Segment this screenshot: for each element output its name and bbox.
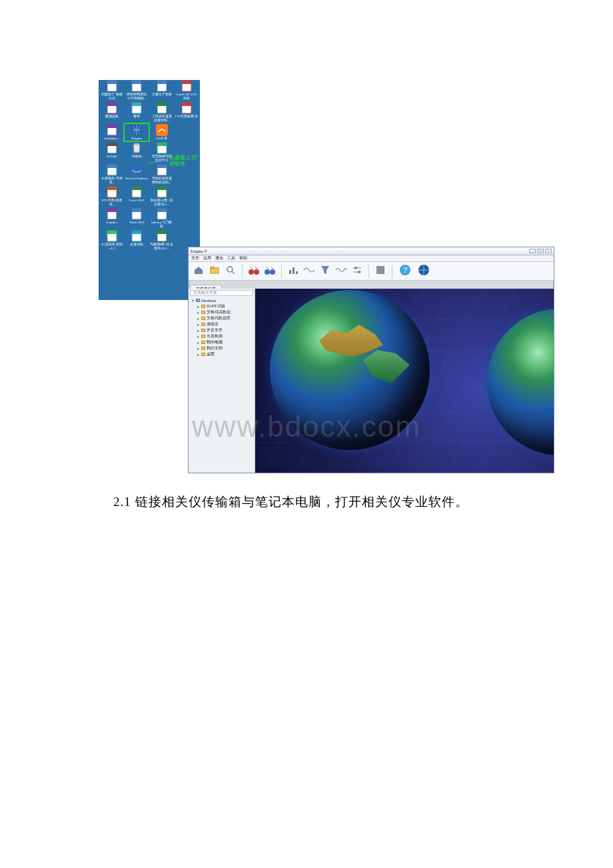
folder-search-input[interactable]: 无简略文件夹 bbox=[190, 290, 253, 296]
desktop-icon-label: formatica... bbox=[105, 137, 120, 141]
svg-point-54 bbox=[265, 269, 270, 275]
desktop-icon-label: 问题始于 快捷方式 bbox=[100, 93, 124, 101]
menu-tools[interactable]: 工具 bbox=[227, 255, 235, 261]
tree-item[interactable]: ▸我的电脑 bbox=[196, 339, 253, 345]
desktop-icon[interactable]: STA平衡 讲课语... bbox=[100, 186, 124, 207]
sensor-blue-icon bbox=[263, 264, 277, 279]
desktop-icon[interactable]: 看榜 bbox=[125, 102, 149, 123]
desktop-icon-label: AutoCAD 2010 简体 bbox=[175, 93, 199, 101]
svg-rect-1 bbox=[107, 81, 117, 84]
close-button[interactable]: × bbox=[545, 249, 552, 253]
svg-rect-33 bbox=[132, 187, 141, 190]
menu-help[interactable]: 帮助 bbox=[239, 255, 247, 261]
tree-root-desktop[interactable]: ▾ Desktop bbox=[191, 297, 253, 303]
img-icon bbox=[130, 102, 143, 114]
menu-file[interactable]: 文件 bbox=[191, 255, 199, 261]
menu-comm[interactable]: 通信 bbox=[215, 255, 223, 261]
sensor-red-button[interactable] bbox=[248, 265, 260, 277]
tree-item[interactable]: ▸开发文件 bbox=[196, 327, 253, 333]
tree-item[interactable]: ▸水质检测 bbox=[196, 333, 253, 339]
open-button[interactable] bbox=[209, 265, 221, 277]
adjust-icon bbox=[352, 265, 362, 277]
desktop-icon[interactable]: Grapher bbox=[100, 208, 124, 229]
desktop-icon[interactable]: 供热管网系统 中平衡阀的... bbox=[125, 80, 149, 101]
svg-rect-9 bbox=[107, 103, 117, 106]
desktop-icon-label: 阳光图16普- 综合查询-2... bbox=[150, 199, 174, 207]
svg-rect-3 bbox=[132, 81, 141, 84]
help-button[interactable]: ? bbox=[398, 264, 412, 279]
desktop-icon[interactable]: 气象期8普-综 合查询-201... bbox=[150, 230, 174, 251]
desktop-icon[interactable]: 阳光图16普- 综合查询-2... bbox=[150, 186, 174, 207]
svg-rect-63 bbox=[376, 266, 384, 274]
tree-item-label: 我的电脑 bbox=[207, 339, 223, 345]
sensor-blue-button[interactable] bbox=[264, 265, 276, 277]
desktop-icon[interactable]: 金道词典 bbox=[125, 230, 149, 251]
minimize-button[interactable]: – bbox=[529, 249, 536, 253]
desktop-icon[interactable]: 250水准 bbox=[150, 124, 174, 141]
wave2-button[interactable] bbox=[335, 265, 347, 277]
svg-point-62 bbox=[358, 271, 360, 273]
desktop-icon[interactable]: 工区设管道度 温度控制... bbox=[150, 102, 174, 123]
home-icon bbox=[193, 265, 204, 278]
desktop-icon[interactable]: IG室温采 系统 v2.1 bbox=[100, 230, 124, 251]
stop-button[interactable] bbox=[374, 265, 386, 277]
svg-rect-56 bbox=[289, 270, 291, 274]
search-button[interactable] bbox=[225, 265, 237, 277]
globe-button[interactable] bbox=[416, 264, 431, 279]
toolbar: ? bbox=[189, 262, 554, 281]
wave1-button[interactable] bbox=[303, 265, 315, 277]
home-button[interactable] bbox=[193, 265, 205, 277]
desktop-icon[interactable]: 暖通选机 bbox=[100, 102, 124, 123]
folder-icon bbox=[201, 311, 205, 314]
desktop-icon[interactable]: Excel 2003 bbox=[125, 186, 149, 207]
tree-item[interactable]: ▸我的文档 bbox=[196, 345, 253, 351]
maximize-button[interactable]: □ bbox=[537, 249, 544, 253]
desktop-icon-label: 气象期8普-综 合查询-201... bbox=[150, 243, 174, 251]
svg-rect-49 bbox=[211, 267, 214, 269]
desktop-icon[interactable] bbox=[175, 186, 199, 207]
desktop-icon[interactable] bbox=[175, 208, 199, 229]
desktop-icon-label: 工区设管道度 温度控制... bbox=[150, 115, 174, 123]
svg-rect-17 bbox=[107, 125, 117, 128]
svg-point-55 bbox=[270, 269, 275, 275]
desktop-icon[interactable]: Enigma bbox=[125, 124, 149, 141]
desktop-icon[interactable] bbox=[175, 124, 199, 141]
desktop-icon[interactable]: 1-27天预备图 试 bbox=[175, 102, 199, 123]
none-icon bbox=[180, 186, 193, 198]
tree-item-label: 开发文件 bbox=[207, 327, 223, 333]
doc-icon bbox=[105, 164, 119, 176]
tree-item-label: 艾格玛数据库 bbox=[207, 315, 231, 321]
tree-item-label: 桌面 bbox=[207, 351, 215, 357]
viewport-globe bbox=[255, 289, 554, 473]
desktop-icon[interactable]: formatica... bbox=[100, 124, 124, 141]
desktop-icon[interactable]: Word 2003 bbox=[125, 208, 149, 229]
rar-icon bbox=[105, 102, 119, 114]
desktop-icon-label: Internet Explorer bbox=[125, 177, 148, 181]
desktop-icon-label: 250水准 bbox=[156, 137, 168, 141]
desktop-icon[interactable]: IG3560 bbox=[100, 142, 124, 163]
window-title: Enigma ® bbox=[191, 249, 207, 253]
desktop-icon[interactable] bbox=[175, 164, 199, 185]
menu-app[interactable]: 应用 bbox=[203, 255, 211, 261]
tree-item[interactable]: ▸014年试验 bbox=[196, 303, 253, 309]
filter-button[interactable] bbox=[319, 265, 331, 277]
desktop-icon[interactable]: labview入门教 程 bbox=[150, 208, 174, 229]
none-icon bbox=[180, 142, 193, 154]
cad-icon bbox=[180, 102, 193, 114]
tree-item[interactable]: ▸艾格玛清数据 bbox=[196, 309, 253, 315]
tree-item[interactable]: ▸成绩表 bbox=[196, 321, 253, 327]
tree-item[interactable]: ▸桌面 bbox=[196, 351, 253, 357]
svg-rect-19 bbox=[156, 124, 168, 136]
desktop-icon[interactable]: Internet Explorer bbox=[125, 164, 149, 185]
desktop-icon[interactable]: 主要生产指标 bbox=[150, 80, 174, 101]
ppt-icon bbox=[105, 186, 119, 198]
chart-button[interactable] bbox=[287, 265, 299, 277]
tree-item[interactable]: ▸艾格玛数据库 bbox=[196, 315, 253, 321]
desktop-icon[interactable]: AutoCAD 2010 简体 bbox=[175, 80, 199, 101]
folder-icon bbox=[201, 305, 205, 308]
desktop-icon[interactable]: 问题始于 快捷方式 bbox=[100, 80, 124, 101]
globe-icon bbox=[418, 264, 430, 279]
open-icon bbox=[209, 265, 220, 278]
adjust-button[interactable] bbox=[351, 265, 363, 277]
desktop-icon[interactable]: IC系统的 平衡及... bbox=[100, 164, 124, 185]
